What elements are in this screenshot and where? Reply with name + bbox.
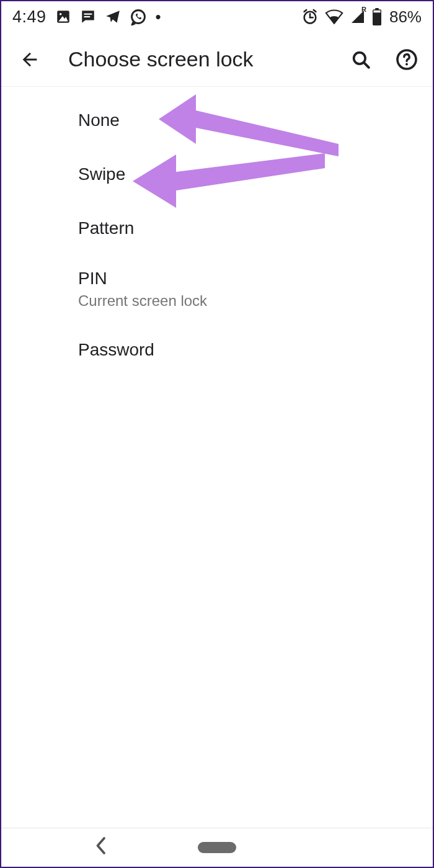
battery-icon [372,8,382,25]
chevron-left-icon [94,836,107,855]
whatsapp-icon [130,8,147,25]
wifi-icon [325,9,343,24]
svg-line-15 [364,62,369,67]
svg-rect-12 [375,8,379,11]
svg-rect-4 [84,16,90,17]
app-bar: Choose screen lock [1,32,433,87]
status-bar: 4:49 • R 86% [1,1,433,32]
search-icon [350,49,371,70]
option-label: PIN [78,267,418,289]
option-label: Password [78,339,418,360]
option-password[interactable]: Password [1,323,433,377]
option-subtitle: Current screen lock [78,292,418,310]
screen-lock-options: None Swipe Pattern PIN Current screen lo… [1,87,433,377]
status-right: R 86% [301,7,422,27]
status-time: 4:49 [12,7,46,27]
option-pin[interactable]: PIN Current screen lock [1,255,433,323]
cell-signal-icon: R [350,9,366,24]
arrow-back-icon [19,49,40,70]
page-title: Choose screen lock [68,47,254,71]
svg-point-5 [131,11,144,24]
system-nav-bar [1,832,433,863]
option-label: Swipe [78,163,418,185]
status-left: 4:49 • [12,7,161,27]
option-pattern[interactable]: Pattern [1,201,433,255]
nav-home-pill[interactable] [198,842,236,853]
search-button[interactable] [347,46,374,73]
more-notifications-dot: • [156,9,161,25]
roaming-indicator: R [361,6,366,13]
bottom-separator [1,828,433,828]
back-button[interactable] [16,46,43,73]
alarm-icon [301,8,319,25]
help-button[interactable] [393,46,420,73]
image-icon [55,9,71,25]
svg-point-17 [405,63,408,65]
svg-line-9 [304,10,307,12]
message-icon [80,9,96,25]
option-none[interactable]: None [1,93,433,147]
svg-rect-13 [373,11,380,13]
svg-rect-3 [84,14,92,15]
option-label: Pattern [78,217,418,239]
svg-line-10 [314,10,316,12]
telegram-icon [105,9,121,25]
svg-point-2 [59,13,61,15]
help-icon [396,48,418,71]
option-label: None [78,109,418,131]
battery-percentage: 86% [389,7,422,27]
app-bar-actions [347,46,420,73]
option-swipe[interactable]: Swipe [1,147,433,201]
nav-back-button[interactable] [94,836,107,859]
